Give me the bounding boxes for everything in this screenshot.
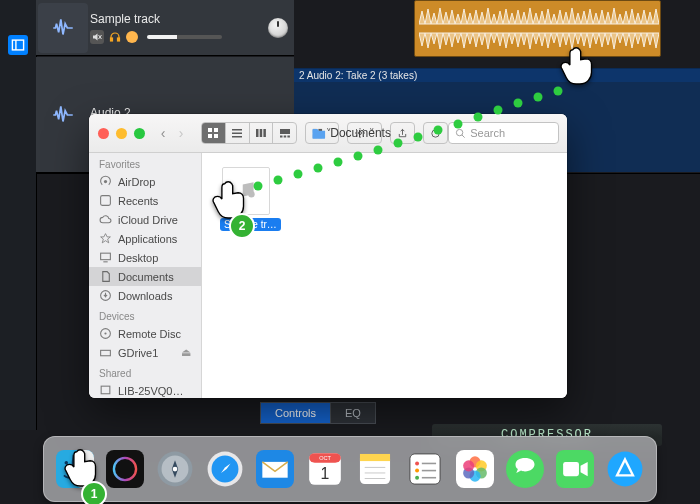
- sidebar-item-desktop[interactable]: Desktop: [89, 248, 201, 267]
- svg-rect-14: [260, 129, 263, 137]
- track-header-1[interactable]: Sample track: [36, 0, 295, 56]
- svg-text:OCT: OCT: [319, 455, 331, 461]
- tags-button[interactable]: [423, 122, 448, 144]
- svg-point-28: [104, 180, 107, 183]
- file-item[interactable]: Sample tr…: [220, 167, 272, 231]
- clock-icon: [99, 194, 112, 207]
- minimize-button[interactable]: [116, 128, 127, 139]
- svg-rect-10: [232, 129, 242, 131]
- search-placeholder: Search: [470, 127, 505, 139]
- audio-track-icon: [38, 90, 88, 140]
- svg-rect-43: [106, 450, 144, 488]
- svg-rect-68: [456, 450, 494, 488]
- svg-rect-56: [360, 454, 390, 461]
- dock-area: OCT1: [0, 430, 700, 504]
- dock-mail[interactable]: [253, 447, 297, 491]
- dock-appstore[interactable]: [603, 447, 647, 491]
- folder-icon: [312, 127, 326, 139]
- search-field[interactable]: Search: [448, 122, 559, 144]
- sidebar-item-airdrop[interactable]: AirDrop: [89, 172, 201, 191]
- finder-titlebar[interactable]: ‹ › ˅ ˅ Documents Search: [89, 114, 567, 153]
- tab-eq[interactable]: EQ: [331, 402, 376, 424]
- svg-rect-36: [101, 386, 110, 394]
- dock-calendar[interactable]: OCT1: [303, 447, 347, 491]
- svg-point-26: [457, 129, 463, 135]
- back-button[interactable]: ‹: [155, 125, 171, 141]
- svg-point-37: [237, 193, 244, 200]
- list-view-button[interactable]: [226, 123, 250, 143]
- sidebar-item-gdrive[interactable]: GDrive1⏏: [89, 343, 201, 362]
- finder-window[interactable]: ‹ › ˅ ˅ Documents Search: [89, 114, 567, 398]
- disc-icon: [99, 327, 112, 340]
- svg-rect-35: [101, 350, 111, 355]
- svg-line-27: [462, 134, 465, 137]
- svg-point-63: [415, 469, 419, 473]
- dock-safari[interactable]: [203, 447, 247, 491]
- sidebar-item-icloud[interactable]: iCloud Drive: [89, 210, 201, 229]
- svg-point-42: [82, 461, 85, 464]
- svg-point-25: [432, 129, 439, 136]
- audio-track-icon: [38, 3, 88, 53]
- dock-siri[interactable]: [103, 447, 147, 491]
- dock: OCT1: [43, 436, 657, 502]
- dock-photos[interactable]: [453, 447, 497, 491]
- dock-reminders[interactable]: [403, 447, 447, 491]
- sidebar-item-remote-disc[interactable]: Remote Disc: [89, 324, 201, 343]
- pan-knob[interactable]: [268, 18, 288, 38]
- svg-point-47: [173, 467, 178, 472]
- audio-region[interactable]: [414, 0, 661, 57]
- sidebar-item-downloads[interactable]: Downloads: [89, 286, 201, 305]
- column-view-button[interactable]: [250, 123, 274, 143]
- sidebar-item-recents[interactable]: Recents: [89, 191, 201, 210]
- track-name: Sample track: [90, 12, 222, 26]
- finder-content[interactable]: Sample tr…: [202, 153, 567, 398]
- dock-messages[interactable]: [503, 447, 547, 491]
- search-icon: [455, 128, 466, 139]
- dock-launchpad[interactable]: [153, 447, 197, 491]
- eject-icon[interactable]: ⏏: [181, 346, 191, 359]
- svg-text:1: 1: [321, 465, 330, 482]
- audio-file-icon: [222, 167, 270, 215]
- apps-icon: [99, 232, 112, 245]
- svg-point-64: [415, 476, 419, 480]
- sidebar-item-documents[interactable]: Documents: [89, 267, 201, 286]
- airdrop-icon: [99, 175, 112, 188]
- forward-button[interactable]: ›: [173, 125, 189, 141]
- zoom-button[interactable]: [134, 128, 145, 139]
- mute-button[interactable]: [90, 30, 104, 44]
- svg-rect-11: [232, 133, 242, 135]
- gallery-view-button[interactable]: [273, 123, 296, 143]
- svg-rect-19: [287, 136, 290, 138]
- drive-icon: [99, 346, 112, 359]
- svg-rect-77: [563, 462, 579, 476]
- svg-rect-17: [280, 136, 283, 138]
- svg-rect-0: [12, 40, 23, 50]
- svg-rect-15: [263, 129, 266, 137]
- svg-rect-8: [208, 134, 212, 138]
- desktop-icon: [99, 251, 112, 264]
- dock-facetime[interactable]: [553, 447, 597, 491]
- icon-view-button[interactable]: [202, 123, 226, 143]
- sidebar-item-applications[interactable]: Applications: [89, 229, 201, 248]
- headphones-icon[interactable]: [108, 30, 122, 44]
- view-mode-segmented[interactable]: [201, 122, 297, 144]
- sidebar-heading-favorites: Favorites: [89, 153, 201, 172]
- svg-rect-60: [410, 454, 440, 484]
- svg-point-38: [248, 191, 255, 198]
- window-title: Documents: [312, 126, 391, 140]
- dock-finder[interactable]: [53, 447, 97, 491]
- close-button[interactable]: [98, 128, 109, 139]
- dock-notes[interactable]: [353, 447, 397, 491]
- volume-slider[interactable]: [147, 35, 222, 39]
- svg-point-78: [608, 452, 643, 487]
- avatar-icon: [126, 31, 138, 43]
- tab-controls[interactable]: Controls: [260, 402, 331, 424]
- svg-rect-7: [214, 128, 218, 132]
- svg-point-62: [415, 461, 419, 465]
- sidebar-item-shared-lib[interactable]: LIB-25VQ0…: [89, 381, 201, 398]
- cloud-icon: [99, 213, 112, 226]
- sidebar-heading-devices: Devices: [89, 305, 201, 324]
- share-button[interactable]: [390, 122, 415, 144]
- library-toggle-button[interactable]: [8, 35, 28, 55]
- sidebar-heading-shared: Shared: [89, 362, 201, 381]
